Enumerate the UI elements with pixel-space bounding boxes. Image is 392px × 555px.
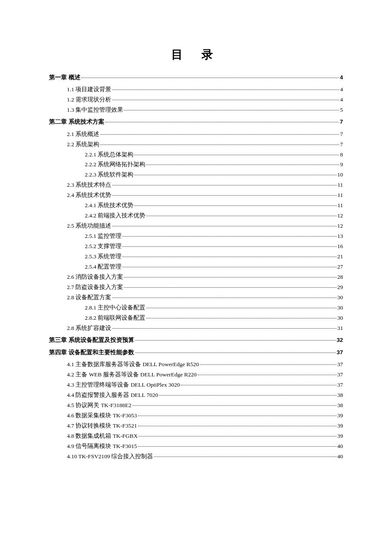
toc-entry-label: 4.4 防盗报警接入服务器 DELL 7020 bbox=[67, 392, 158, 399]
toc-entry[interactable]: 1.3 集中监控管理效果5 bbox=[49, 107, 343, 113]
toc-entry[interactable]: 2.8 设备配置方案30 bbox=[49, 294, 343, 301]
toc-entry[interactable]: 2.5 系统功能描述12 bbox=[49, 223, 343, 229]
toc-entry-label: 4.7 协议转换模块 TK-F3521 bbox=[67, 422, 137, 429]
toc-entry-label: 第一章 概述 bbox=[49, 74, 81, 81]
toc-entry[interactable]: 2.8.1 主控中心设备配置30 bbox=[49, 304, 343, 311]
toc-entry-label: 2.2.2 系统网络拓扑架构 bbox=[85, 161, 145, 168]
toc-entry[interactable]: 1.2 需求现状分析4 bbox=[49, 96, 343, 103]
toc-leader-dots bbox=[81, 73, 339, 78]
toc-leader-dots bbox=[122, 253, 336, 257]
toc-entry-label: 4.6 数据采集模块 TK-F3053 bbox=[67, 412, 137, 419]
toc-leader-dots bbox=[112, 85, 339, 90]
toc-entry[interactable]: 2.5.2 支撑管理16 bbox=[49, 243, 343, 250]
toc-entry[interactable]: 4.2 主备 WEB 服务器等设备 DELL PowerEdge R22037 bbox=[49, 371, 343, 378]
toc-entry[interactable]: 2.4 系统技术优势11 bbox=[49, 192, 343, 199]
toc-entry[interactable]: 2.7 防盗设备接入方案29 bbox=[49, 284, 343, 291]
toc-entry[interactable]: 2.5.4 配置管理27 bbox=[49, 263, 343, 270]
toc-entry-label: 2.8.1 主控中心设备配置 bbox=[85, 304, 145, 311]
toc-leader-dots bbox=[146, 212, 336, 217]
toc-entry[interactable]: 2.2.1 系统总体架构8 bbox=[49, 151, 343, 158]
toc-entry-label: 2.5.4 配置管理 bbox=[85, 263, 121, 270]
table-of-contents: 第一章 概述41.1 项目建设背景41.2 需求现状分析41.3 集中监控管理效… bbox=[49, 74, 343, 460]
toc-leader-dots bbox=[112, 324, 336, 329]
toc-entry[interactable]: 2.8.2 前端联网设备配置30 bbox=[49, 315, 343, 321]
toc-entry[interactable]: 1.1 项目建设背景4 bbox=[49, 86, 343, 93]
toc-leader-dots bbox=[138, 432, 336, 436]
toc-leader-dots bbox=[135, 348, 336, 353]
toc-entry-page: 11 bbox=[337, 202, 343, 209]
toc-entry-page: 38 bbox=[337, 402, 343, 409]
toc-entry-label: 4.1 主备数据库服务器等设备 DELL PowerEdge R520 bbox=[67, 361, 199, 368]
toc-entry-label: 2.5.2 支撑管理 bbox=[85, 243, 121, 250]
toc-entry[interactable]: 2.5.3 系统管理21 bbox=[49, 253, 343, 260]
toc-entry[interactable]: 2.2.2 系统网络拓扑架构9 bbox=[49, 161, 343, 168]
toc-entry-label: 2.4 系统技术优势 bbox=[67, 192, 111, 199]
toc-entry-label: 2.2.3 系统软件架构 bbox=[85, 171, 133, 178]
toc-entry-page: 32 bbox=[337, 337, 343, 344]
toc-entry[interactable]: 2.3 系统技术特点11 bbox=[49, 182, 343, 188]
toc-leader-dots bbox=[112, 293, 336, 298]
toc-entry-label: 2.4.1 系统技术优势 bbox=[85, 202, 133, 209]
toc-entry[interactable]: 2.5.1 监控管理13 bbox=[49, 233, 343, 240]
toc-entry[interactable]: 4.9 信号隔离模块 TK-F301540 bbox=[49, 443, 343, 450]
toc-entry-page: 30 bbox=[337, 304, 343, 311]
page-title: 目 录 bbox=[49, 47, 343, 62]
toc-entry[interactable]: 2.2 系统架构7 bbox=[49, 141, 343, 148]
toc-leader-dots bbox=[134, 202, 337, 206]
toc-entry[interactable]: 第二章 系统技术方案7 bbox=[49, 119, 343, 125]
toc-entry-page: 16 bbox=[337, 243, 343, 250]
toc-entry[interactable]: 2.2.3 系统软件架构10 bbox=[49, 171, 343, 178]
toc-leader-dots bbox=[122, 232, 336, 237]
toc-entry[interactable]: 4.7 协议转换模块 TK-F352139 bbox=[49, 422, 343, 429]
toc-entry-page: 4 bbox=[340, 74, 343, 81]
toc-entry[interactable]: 2.6 消防设备接入方案28 bbox=[49, 274, 343, 280]
toc-entry-label: 2.8.2 前端联网设备配置 bbox=[85, 315, 145, 321]
toc-entry[interactable]: 第一章 概述4 bbox=[49, 74, 343, 81]
toc-entry-page: 11 bbox=[337, 182, 343, 188]
toc-entry[interactable]: 4.3 主控管理终端等设备 DELL OptiPlex 302037 bbox=[49, 382, 343, 388]
toc-entry-label: 4.10 TK-FSV2109 综合接入控制器 bbox=[67, 453, 153, 460]
toc-entry[interactable]: 4.1 主备数据库服务器等设备 DELL PowerEdge R52037 bbox=[49, 361, 343, 368]
toc-entry[interactable]: 2.4.2 前端接入技术优势12 bbox=[49, 212, 343, 219]
toc-entry[interactable]: 2.8 系统扩容建设31 bbox=[49, 325, 343, 332]
toc-leader-dots bbox=[200, 360, 337, 365]
toc-entry[interactable]: 2.4.1 系统技术优势11 bbox=[49, 202, 343, 209]
toc-entry-page: 12 bbox=[337, 212, 343, 219]
toc-entry-page: 40 bbox=[337, 453, 343, 460]
toc-entry[interactable]: 第三章 系统设备配置及投资预算32 bbox=[49, 337, 343, 344]
toc-entry-page: 40 bbox=[337, 443, 343, 450]
toc-entry-page: 10 bbox=[337, 171, 343, 178]
toc-entry-page: 7 bbox=[340, 131, 343, 138]
toc-entry-label: 4.8 数据集成机箱 TK-FGBX bbox=[67, 433, 138, 439]
toc-entry[interactable]: 第四章 设备配置和主要性能参数37 bbox=[49, 349, 343, 356]
toc-entry-page: 39 bbox=[337, 433, 343, 439]
toc-entry-page: 7 bbox=[340, 141, 343, 148]
toc-entry-page: 5 bbox=[340, 107, 343, 113]
toc-entry-label: 1.3 集中监控管理效果 bbox=[67, 107, 123, 113]
toc-entry-page: 27 bbox=[337, 263, 343, 270]
toc-leader-dots bbox=[135, 336, 336, 341]
toc-leader-dots bbox=[138, 422, 337, 426]
toc-leader-dots bbox=[138, 442, 337, 447]
toc-entry-label: 2.5 系统功能描述 bbox=[67, 223, 111, 229]
toc-leader-dots bbox=[112, 222, 336, 227]
toc-leader-dots bbox=[134, 150, 339, 155]
toc-entry[interactable]: 4.4 防盗报警接入服务器 DELL 702038 bbox=[49, 392, 343, 399]
toc-entry[interactable]: 2.1 系统概述7 bbox=[49, 131, 343, 138]
toc-entry-label: 2.2.1 系统总体架构 bbox=[85, 151, 133, 158]
toc-entry-page: 30 bbox=[337, 294, 343, 301]
toc-entry-page: 39 bbox=[337, 422, 343, 429]
toc-leader-dots bbox=[122, 263, 336, 268]
toc-leader-dots bbox=[124, 106, 339, 110]
toc-entry-page: 9 bbox=[340, 161, 343, 168]
toc-entry[interactable]: 4.8 数据集成机箱 TK-FGBX39 bbox=[49, 433, 343, 439]
toc-entry[interactable]: 4.6 数据采集模块 TK-F305339 bbox=[49, 412, 343, 419]
toc-entry[interactable]: 4.10 TK-FSV2109 综合接入控制器40 bbox=[49, 453, 343, 460]
toc-leader-dots bbox=[198, 370, 337, 375]
toc-entry-label: 4.2 主备 WEB 服务器等设备 DELL PowerEdge R220 bbox=[67, 371, 197, 378]
toc-leader-dots bbox=[146, 304, 336, 308]
toc-entry[interactable]: 4.5 协议网关 TK-F3188E238 bbox=[49, 402, 343, 409]
toc-entry-page: 37 bbox=[337, 349, 343, 356]
toc-entry-label: 第三章 系统设备配置及投资预算 bbox=[49, 337, 134, 344]
toc-leader-dots bbox=[133, 401, 337, 406]
